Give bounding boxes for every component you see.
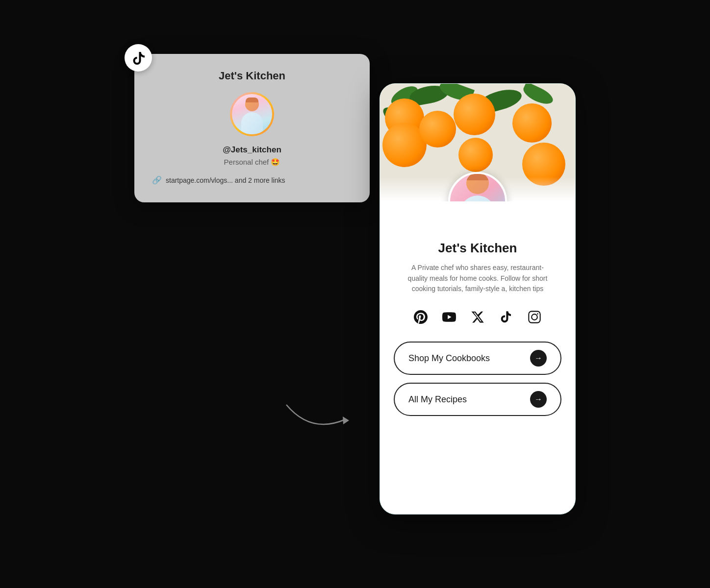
phone-header-image — [380, 84, 575, 201]
tiktok-logo-icon — [125, 44, 152, 72]
pinterest-icon[interactable] — [412, 308, 430, 326]
shop-cookbooks-button[interactable]: Shop My Cookbooks → — [394, 342, 561, 375]
card-bio: Personal chef 🤩 — [152, 158, 352, 167]
shop-cookbooks-label: Shop My Cookbooks — [408, 353, 490, 364]
link-icon: 🔗 — [152, 175, 162, 185]
all-recipes-button[interactable]: All My Recipes → — [394, 383, 561, 416]
social-icons-row — [412, 308, 543, 326]
x-twitter-icon[interactable] — [469, 308, 486, 326]
all-recipes-label: All My Recipes — [408, 394, 467, 405]
card-title: Jet's Kitchen — [152, 70, 352, 82]
svg-marker-0 — [343, 416, 349, 424]
main-scene: Jet's Kitchen @Jets_kitchen Personal che… — [134, 54, 576, 534]
phone-avatar — [448, 172, 507, 201]
card-handle: @Jets_kitchen — [152, 145, 352, 155]
arrow-diagram — [281, 395, 360, 436]
shop-cookbooks-arrow: → — [530, 350, 547, 367]
all-recipes-arrow: → — [530, 391, 547, 408]
svg-rect-1 — [529, 311, 540, 322]
svg-point-2 — [532, 314, 537, 320]
youtube-icon[interactable] — [440, 308, 458, 326]
phone-profile-name: Jet's Kitchen — [438, 241, 517, 256]
instagram-icon[interactable] — [526, 308, 543, 326]
phone-bio-text: A Private chef who shares easy, restaura… — [404, 263, 551, 294]
tiktok-profile-card: Jet's Kitchen @Jets_kitchen Personal che… — [134, 54, 370, 202]
phone-mockup: Jet's Kitchen A Private chef who shares … — [380, 83, 576, 514]
card-link-text: startpage.com/vlogs... and 2 more links — [166, 176, 285, 184]
phone-content: Jet's Kitchen A Private chef who shares … — [380, 201, 575, 430]
card-avatar — [230, 92, 274, 136]
card-link[interactable]: 🔗 startpage.com/vlogs... and 2 more link… — [152, 175, 352, 185]
tiktok-social-icon[interactable] — [497, 308, 515, 326]
svg-point-3 — [537, 313, 538, 315]
